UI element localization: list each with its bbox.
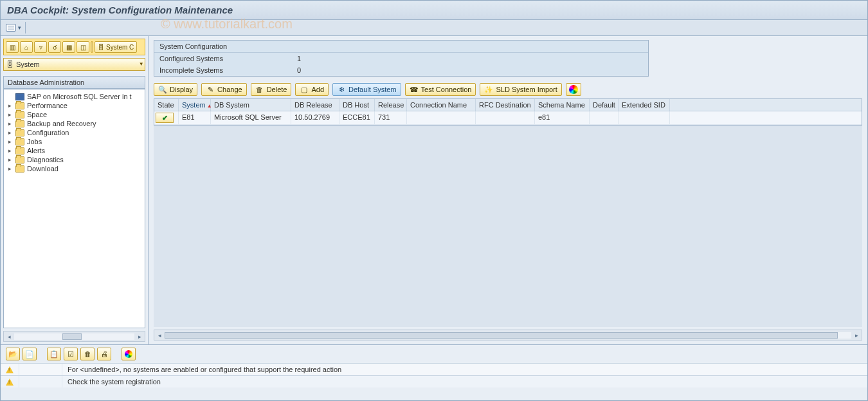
chart-icon[interactable]: ▦: [62, 41, 75, 53]
scroll-thumb[interactable]: [165, 332, 838, 339]
cell-release: 731: [375, 111, 407, 124]
log-doc-button[interactable]: 📄: [23, 348, 37, 360]
chevron-right-icon[interactable]: ▸: [6, 129, 13, 136]
folder-icon: [15, 120, 24, 127]
sidebar-hscrollbar[interactable]: ◂ ▸: [3, 331, 145, 342]
cell-schema: e81: [535, 111, 590, 124]
scroll-track[interactable]: [165, 332, 851, 339]
watermark: © www.tutorialkart.com: [161, 17, 293, 32]
col-db-host[interactable]: DB Host: [339, 99, 375, 111]
test-connection-button[interactable]: ☎Test Connection: [405, 83, 476, 96]
footer-area: [1, 387, 867, 400]
state-ok-icon: ✔: [156, 113, 174, 123]
color-wheel-button[interactable]: ◉: [566, 83, 581, 96]
scroll-track[interactable]: [14, 333, 134, 340]
log-check-button[interactable]: ☑: [64, 348, 78, 360]
grid-header: State System DB System DB Release DB Hos…: [154, 99, 862, 111]
divider: [91, 41, 93, 53]
log-delete-button[interactable]: 🗑: [80, 348, 95, 360]
col-state[interactable]: State: [154, 99, 179, 111]
config-row-configured: Configured Systems 1: [154, 53, 648, 64]
scroll-right-icon[interactable]: ▸: [851, 332, 862, 339]
tree-node-jobs[interactable]: ▸ Jobs: [5, 137, 143, 146]
doc-icon[interactable]: ▥: [6, 41, 19, 53]
tree-node-alerts[interactable]: ▸ Alerts: [5, 146, 143, 155]
log-message: Check the system registration: [62, 376, 867, 387]
tree-node-backup[interactable]: ▸ Backup and Recovery: [5, 119, 143, 128]
tree-node-space[interactable]: ▸ Space: [5, 110, 143, 119]
display-button[interactable]: 🔍Display: [154, 83, 197, 96]
tree-label: Space: [27, 111, 47, 118]
content-hscrollbar[interactable]: ◂ ▸: [154, 330, 862, 340]
system-dropdown[interactable]: 🗄 System: [3, 58, 145, 71]
col-db-system[interactable]: DB System: [211, 99, 291, 111]
cell-conn-name: [407, 111, 476, 124]
tree-label: Alerts: [27, 147, 45, 154]
cell-db-host: ECCE81: [339, 111, 375, 124]
tree-node-configuration[interactable]: ▸ Configuration: [5, 128, 143, 137]
arrow-down-icon[interactable]: ▿: [34, 41, 47, 53]
menu-expand-icon[interactable]: ▾: [18, 24, 21, 31]
chevron-right-icon[interactable]: ▸: [6, 147, 13, 154]
trash-icon: 🗑: [255, 85, 264, 94]
col-ext-sid[interactable]: Extended SID: [619, 99, 670, 111]
sidebar-mini-toolbar: ▥ ⌂ ▿ ☌ ▦ ◫ 🗄 System C: [3, 39, 145, 55]
menu-icon[interactable]: [6, 24, 16, 32]
scroll-thumb[interactable]: [62, 333, 82, 340]
menu-bar: ▾ © www.tutorialkart.com: [1, 20, 867, 36]
system-c-button[interactable]: 🗄 System C: [95, 41, 137, 53]
sld-import-button[interactable]: ✨SLD System Import: [480, 83, 561, 96]
glasses-icon: 🔍: [158, 85, 167, 94]
tree-node-sap-sqlserver[interactable]: • SAP on Microsoft SQL Server in t: [5, 92, 143, 101]
table-row[interactable]: ✔ E81 Microsoft SQL Server 10.50.2769 EC…: [154, 111, 862, 125]
check-icon: ☑: [68, 350, 74, 359]
col-release[interactable]: Release: [375, 99, 407, 111]
log-row[interactable]: Check the system registration: [1, 375, 867, 387]
star-icon: ❄: [337, 85, 346, 94]
log-open-button[interactable]: 📂: [6, 348, 20, 360]
window-icon[interactable]: ◫: [77, 41, 89, 53]
scroll-left-icon[interactable]: ◂: [4, 333, 14, 340]
chevron-right-icon[interactable]: ▸: [6, 165, 13, 172]
log-color-button[interactable]: [122, 348, 136, 360]
add-button[interactable]: ▢Add: [295, 83, 329, 96]
log-copy-button[interactable]: 📋: [47, 348, 61, 360]
log-message: For <undefined>, no systems are enabled …: [62, 364, 867, 375]
config-box-title: System Configuration: [154, 41, 648, 53]
tree-label: Download: [27, 165, 59, 173]
col-system[interactable]: System: [179, 99, 211, 111]
action-toolbar: 🔍Display ✎Change 🗑Delete ▢Add ❄Default S…: [149, 80, 867, 98]
folder-icon: [15, 147, 24, 154]
folder-up-icon[interactable]: ⌂: [20, 41, 33, 53]
delete-button[interactable]: 🗑Delete: [251, 83, 292, 96]
scroll-left-icon[interactable]: ◂: [154, 332, 165, 339]
log-toolbar: 📂 📄 📋 ☑ 🗑 🖨: [1, 345, 867, 363]
trash-icon: 🗑: [84, 350, 91, 358]
cell-system: E81: [179, 111, 211, 124]
log-type-cell: [19, 376, 62, 387]
col-default[interactable]: Default: [590, 99, 619, 111]
tree-node-diagnostics[interactable]: ▸ Diagnostics: [5, 155, 143, 164]
chevron-right-icon[interactable]: ▸: [6, 120, 13, 127]
warning-icon: [1, 376, 19, 387]
col-db-release[interactable]: DB Release: [291, 99, 339, 111]
config-label: Incomplete Systems: [159, 66, 275, 74]
col-schema[interactable]: Schema Name: [535, 99, 590, 111]
log-print-button[interactable]: 🖨: [97, 348, 111, 360]
scroll-right-icon[interactable]: ▸: [134, 333, 145, 340]
chevron-right-icon[interactable]: ▸: [6, 156, 13, 163]
change-button[interactable]: ✎Change: [201, 83, 247, 96]
chevron-right-icon[interactable]: ▸: [6, 111, 13, 118]
search-icon[interactable]: ☌: [48, 41, 61, 53]
log-row[interactable]: For <undefined>, no systems are enabled …: [1, 363, 867, 375]
chevron-right-icon[interactable]: ▸: [6, 138, 13, 145]
chevron-right-icon[interactable]: ▸: [6, 102, 13, 109]
tree-node-performance[interactable]: ▸ Performance: [5, 101, 143, 110]
default-system-button[interactable]: ❄Default System: [332, 83, 401, 96]
system-icon: 🗄: [6, 61, 14, 68]
col-rfc[interactable]: RFC Destination: [476, 99, 535, 111]
tree-label: Diagnostics: [27, 156, 64, 163]
sidebar: ▥ ⌂ ▿ ☌ ▦ ◫ 🗄 System C 🗄 System Database…: [1, 36, 149, 344]
col-conn-name[interactable]: Connection Name: [407, 99, 476, 111]
tree-node-download[interactable]: ▸ Download: [5, 164, 143, 173]
